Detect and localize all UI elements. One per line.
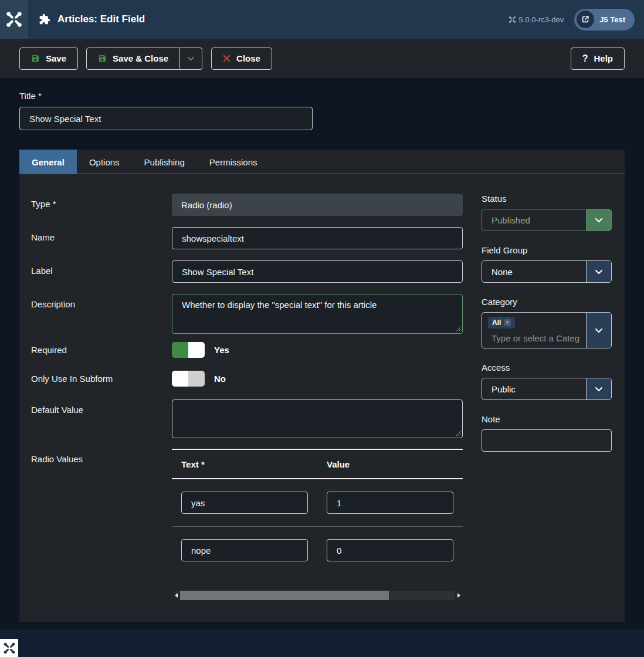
- required-state-label: Yes: [214, 345, 229, 355]
- description-field-row: Description Whether to display the "spec…: [31, 294, 463, 334]
- tab-permissions[interactable]: Permissions: [197, 150, 270, 174]
- status-select[interactable]: Published: [482, 209, 612, 231]
- joomla-logo[interactable]: [0, 0, 28, 39]
- name-input[interactable]: [172, 227, 463, 249]
- category-chip-label: All: [492, 319, 501, 327]
- required-label: Required: [31, 345, 172, 355]
- puzzle-icon: [39, 13, 50, 25]
- scroll-right-button[interactable]: [455, 591, 463, 600]
- save-close-button[interactable]: Save & Close: [86, 48, 180, 70]
- name-field-row: Name: [31, 227, 463, 249]
- column-header-value: Value: [317, 459, 463, 469]
- horizontal-scrollbar[interactable]: [172, 591, 463, 600]
- radio-value-input[interactable]: [327, 539, 453, 561]
- required-field-row: Required Yes: [31, 342, 463, 358]
- title-label: Title *: [19, 91, 625, 101]
- chevron-down-icon: [594, 267, 604, 276]
- radio-value-row: [172, 479, 463, 526]
- help-icon: ?: [582, 53, 588, 64]
- default-value-field-row: Default Value: [31, 399, 463, 438]
- help-button[interactable]: ? Help: [571, 48, 625, 70]
- scrollbar-track[interactable]: [180, 591, 455, 600]
- category-dropdown-button[interactable]: [586, 313, 611, 348]
- default-value-textarea[interactable]: [172, 399, 463, 438]
- subform-toggle[interactable]: [172, 371, 205, 387]
- default-value-label: Default Value: [31, 399, 172, 438]
- footer-joomla-logo[interactable]: [0, 639, 18, 657]
- status-label: Status: [482, 194, 612, 204]
- joomla-logo-icon: [3, 642, 16, 655]
- title-input[interactable]: [19, 107, 313, 130]
- scrollbar-thumb[interactable]: [180, 591, 389, 600]
- radio-text-input[interactable]: [181, 539, 308, 561]
- toolbar: Save Save & Close Close ? Help: [0, 39, 644, 78]
- category-chip: All ×: [488, 317, 515, 328]
- tab-bar: General Options Publishing Permissions: [19, 150, 625, 174]
- chip-remove-icon[interactable]: ×: [504, 319, 511, 326]
- site-preview-button[interactable]: J5 Test: [574, 9, 635, 31]
- chevron-down-icon: [594, 326, 604, 335]
- column-header-text: Text *: [172, 459, 317, 469]
- radio-values-table: Text * Value: [172, 449, 463, 600]
- triangle-right-icon: [457, 593, 460, 598]
- footer-bar: [0, 629, 644, 657]
- field-group-dropdown-button[interactable]: [586, 261, 611, 282]
- radio-text-input[interactable]: [181, 492, 308, 514]
- field-group-field: Field Group None: [482, 245, 612, 283]
- save-close-button-label: Save & Close: [113, 53, 168, 63]
- status-dropdown-button[interactable]: [586, 209, 611, 231]
- chevron-down-icon: [187, 54, 195, 63]
- access-label: Access: [482, 363, 612, 372]
- subform-field-row: Only Use In Subform No: [31, 371, 463, 387]
- tab-options[interactable]: Options: [77, 150, 132, 174]
- access-select[interactable]: Public: [482, 378, 612, 400]
- save-close-dropdown-button[interactable]: [180, 48, 202, 70]
- joomla-version-icon: [509, 16, 516, 23]
- description-textarea[interactable]: Whether to display the "special text" fo…: [172, 294, 463, 334]
- page-title: Articles: Edit Field: [57, 13, 145, 25]
- save-icon: [31, 54, 40, 63]
- scroll-left-button[interactable]: [172, 591, 180, 600]
- close-icon: [223, 55, 231, 62]
- access-dropdown-button[interactable]: [586, 378, 611, 399]
- edit-panel: General Options Publishing Permissions T…: [19, 150, 625, 622]
- category-label: Category: [482, 297, 612, 307]
- radio-values-header: Text * Value: [172, 449, 463, 479]
- external-link-icon: [577, 11, 594, 28]
- chevron-down-icon: [594, 384, 604, 394]
- radio-values-row: Radio Values Text * Value: [31, 449, 463, 600]
- note-label: Note: [482, 414, 612, 424]
- category-multiselect[interactable]: All ×: [482, 312, 612, 348]
- version-label: 5.0.0-rc3-dev: [509, 15, 564, 24]
- version-text: 5.0.0-rc3-dev: [519, 15, 564, 24]
- joomla-logo-icon: [5, 11, 23, 28]
- category-selection-area: All ×: [482, 313, 586, 348]
- radio-values-label: Radio Values: [31, 449, 172, 600]
- type-field-row: Type * Radio (radio): [31, 194, 463, 216]
- form-left-column: Type * Radio (radio) Name Label Descript…: [31, 194, 463, 622]
- label-input[interactable]: [172, 260, 463, 283]
- header-bar: Articles: Edit Field 5.0.0-rc3-dev: [0, 0, 644, 39]
- radio-value-input[interactable]: [327, 492, 453, 514]
- access-value: Public: [482, 378, 586, 399]
- note-input[interactable]: [482, 429, 612, 452]
- field-group-value: None: [482, 261, 586, 282]
- required-toggle[interactable]: [172, 342, 205, 358]
- title-section: Title *: [0, 78, 644, 130]
- triangle-left-icon: [175, 593, 178, 598]
- save-icon: [98, 54, 107, 63]
- close-button[interactable]: Close: [211, 48, 272, 70]
- tab-content-general: Type * Radio (radio) Name Label Descript…: [19, 174, 625, 622]
- access-field: Access Public: [482, 363, 612, 400]
- type-readonly-field: Radio (radio): [172, 194, 463, 216]
- form-right-column: Status Published Field Group None: [482, 194, 612, 622]
- subform-label: Only Use In Subform: [31, 374, 172, 384]
- close-button-label: Close: [236, 53, 260, 63]
- save-button[interactable]: Save: [19, 48, 78, 70]
- tab-general[interactable]: General: [19, 150, 77, 174]
- category-search-input[interactable]: [492, 333, 579, 343]
- field-group-label: Field Group: [482, 245, 612, 255]
- label-label: Label: [31, 260, 172, 283]
- field-group-select[interactable]: None: [482, 260, 612, 283]
- tab-publishing[interactable]: Publishing: [132, 150, 197, 174]
